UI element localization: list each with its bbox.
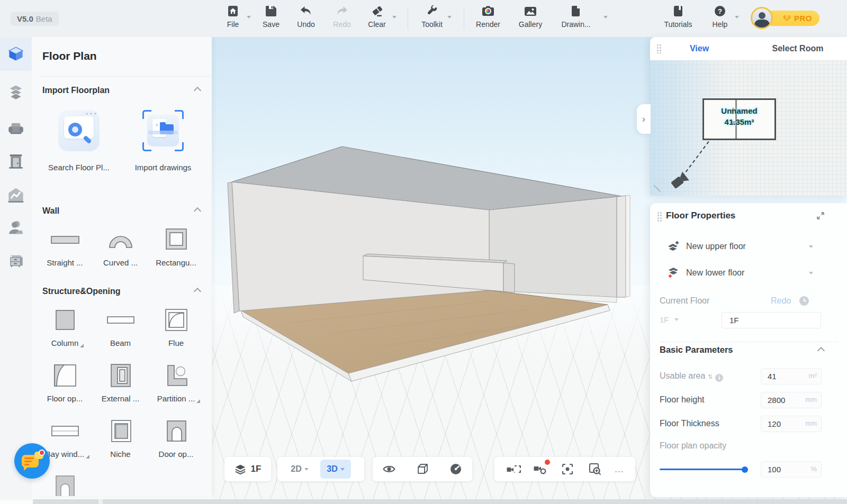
collapse-chevron-icon[interactable] [194,288,201,295]
render-button[interactable]: Render [471,4,505,34]
tab-select-room[interactable]: Select Room [749,37,847,60]
cube-view-button[interactable] [415,461,430,477]
display-options-group [373,457,472,481]
tool-flue[interactable]: Flue [148,307,204,347]
help-dropdown-caret[interactable] [735,16,739,19]
visibility-eye-button[interactable] [381,461,397,477]
sort-toggle-icon[interactable]: ⇅ [708,373,713,380]
floor-height-label: Floor height [660,395,705,405]
tool-partition[interactable]: Partition ... [148,362,204,403]
help-icon: ? [713,4,727,18]
undo-button[interactable]: Undo [289,4,323,34]
tool-rectangular-wall[interactable]: Rectangu... [148,226,204,267]
camera-settings-button[interactable] [533,461,548,477]
rail-item-custom-cabinet[interactable] [0,245,32,276]
drawings-button[interactable]: Drawin... [559,4,593,34]
zoom-region-button[interactable] [587,461,603,477]
rail-item-avatar-people[interactable] [0,213,32,243]
collapse-chevron-icon[interactable] [817,347,825,354]
chevron-down-icon [674,318,679,321]
floor-properties-title: Floor Properties [666,210,735,221]
gallery-button[interactable]: Gallery [513,4,547,34]
collapse-chevron-icon[interactable] [194,87,201,94]
floorplan-minimap[interactable]: Unnamed 41.35m² [650,60,847,196]
floor-switch-button[interactable]: 1F [224,457,271,481]
opacity-input[interactable] [761,461,822,478]
room-beam-end [503,263,515,292]
mode-2d-button[interactable]: 2D [291,464,308,474]
new-lower-floor-button[interactable]: New lower floor [667,267,744,279]
tool-search-floorplan[interactable]: Search Floor Pl... [44,110,114,172]
file-dropdown-caret[interactable] [247,16,251,19]
tool-straight-wall[interactable]: Straight ... [37,226,93,267]
help-button[interactable]: ? Help [703,4,737,34]
mode-3d-button[interactable]: 3D [320,460,350,479]
divider [660,342,837,342]
collapse-chevron-icon[interactable] [194,207,201,215]
horizontal-scrollbar[interactable] [33,499,847,504]
tool-curved-wall[interactable]: Curved ... [93,226,148,267]
camera-view-button[interactable] [506,461,521,477]
usable-area-input[interactable] [761,368,822,384]
redo-floor-link[interactable]: Redo [771,296,791,306]
toolkit-button[interactable]: Toolkit [415,4,449,34]
tool-niche[interactable]: Niche [93,418,148,459]
floor-thickness-input[interactable] [761,416,822,432]
info-icon[interactable]: i [715,374,723,382]
chevron-down-icon[interactable] [809,245,813,248]
minimap-room[interactable]: Unnamed 41.35m² [702,98,776,140]
tool-import-drawings[interactable]: + Import drawings [128,110,198,172]
current-floor-pill-label: 1F [251,464,262,474]
floors-stack-icon [7,84,25,102]
new-upper-floor-button[interactable]: New upper floor [667,240,746,253]
drag-handle-icon[interactable] [657,212,662,222]
expand-panel-icon[interactable] [816,212,825,220]
user-avatar[interactable] [751,7,773,29]
view-mode-group: 2D 3D [277,457,364,481]
opacity-slider-knob[interactable] [742,466,748,473]
floor-height-input[interactable] [761,392,822,408]
layers-icon [235,463,246,475]
history-clock-icon[interactable] [799,296,809,306]
tool-external-window[interactable]: External ... [93,362,148,403]
opacity-slider[interactable] [660,469,745,470]
clear-button[interactable]: Clear [360,4,394,34]
minimap-resize-handle[interactable] [653,183,663,194]
tool-door-opening[interactable]: Door op... [148,418,204,459]
clear-dropdown-caret[interactable] [392,16,397,19]
tab-view[interactable]: View [650,37,749,60]
save-button[interactable]: Save [254,4,288,34]
rectangular-wall-icon [163,226,190,253]
chevron-down-icon [304,468,309,471]
drag-handle-icon[interactable] [656,44,661,53]
tutorials-button[interactable]: Tutorials [661,4,695,34]
panel-title: Floor Plan [42,50,97,62]
floor-selector-dropdown[interactable]: 1F [660,315,679,324]
chevron-down-icon[interactable] [809,272,813,274]
more-tools-button[interactable]: … [614,464,624,475]
search-floorplan-icon [58,110,100,151]
floor-name-input[interactable] [722,312,821,328]
tool-floor-opening[interactable]: Floor op... [37,362,93,403]
rail-item-doors-windows[interactable] [0,146,32,177]
right-panel-collapse-tab[interactable]: › [637,104,651,134]
book-icon [671,4,685,18]
document-icon [569,4,583,18]
file-button[interactable]: File [216,4,250,34]
flue-icon [163,307,190,333]
toolkit-dropdown-caret[interactable] [447,16,452,19]
rail-item-furniture[interactable] [0,113,32,144]
rail-item-floorplan[interactable] [0,37,32,71]
drawings-dropdown-caret[interactable] [603,16,608,19]
rail-item-floors[interactable] [0,77,32,108]
tool-partial-next-row[interactable] [37,473,93,496]
save-icon [264,4,278,18]
redo-button[interactable]: Redo [325,4,359,34]
performance-gauge-button[interactable] [448,461,464,477]
tool-beam[interactable]: Beam [93,307,148,347]
support-chat-button[interactable] [14,443,50,479]
rail-item-hardcover[interactable] [0,180,32,210]
focus-center-button[interactable] [560,461,575,477]
tool-column[interactable]: Column [37,307,93,347]
room-area-label: 41.35m² [704,117,774,126]
